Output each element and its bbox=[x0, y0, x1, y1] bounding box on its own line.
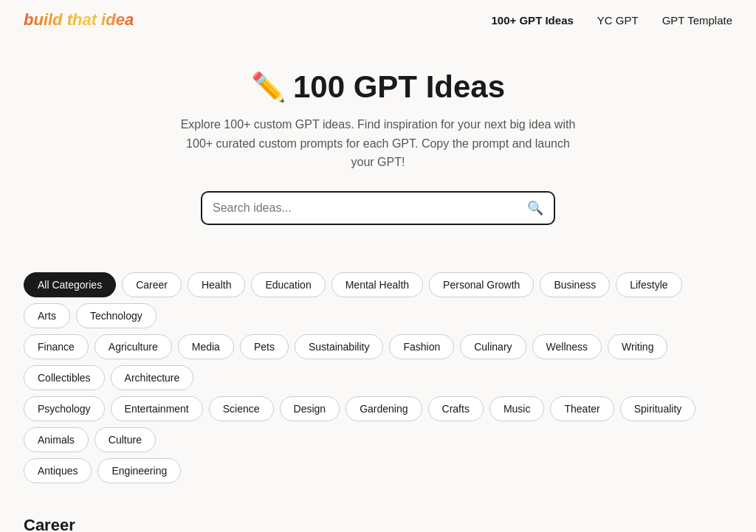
nav-item-gpt-template[interactable]: GPT Template bbox=[662, 14, 732, 27]
category-tag-writing[interactable]: Writing bbox=[608, 334, 667, 359]
category-tag-career[interactable]: Career bbox=[122, 272, 182, 297]
category-tag-pets[interactable]: Pets bbox=[240, 334, 289, 359]
category-tag-all-categories[interactable]: All Categories bbox=[24, 272, 116, 297]
category-tag-agriculture[interactable]: Agriculture bbox=[94, 334, 172, 359]
category-row-1: FinanceAgricultureMediaPetsSustainabilit… bbox=[24, 334, 732, 390]
category-row-0: All CategoriesCareerHealthEducationMenta… bbox=[24, 272, 732, 328]
nav: 100+ GPT IdeasYC GPTGPT Template bbox=[492, 14, 733, 27]
category-tag-fashion[interactable]: Fashion bbox=[389, 334, 454, 359]
category-tag-business[interactable]: Business bbox=[540, 272, 610, 297]
category-tag-engineering[interactable]: Engineering bbox=[97, 458, 181, 483]
search-icon[interactable]: 🔍 bbox=[527, 200, 543, 216]
career-section-title: Career bbox=[24, 516, 732, 532]
nav-item-100+-gpt-ideas[interactable]: 100+ GPT Ideas bbox=[492, 14, 574, 27]
category-tag-animals[interactable]: Animals bbox=[24, 427, 89, 452]
hero-emoji: ✏️ bbox=[251, 71, 286, 103]
category-tag-personal-growth[interactable]: Personal Growth bbox=[429, 272, 534, 297]
category-tag-science[interactable]: Science bbox=[209, 396, 274, 421]
category-tag-entertainment[interactable]: Entertainment bbox=[111, 396, 203, 421]
category-tag-spirituality[interactable]: Spirituality bbox=[620, 396, 696, 421]
search-box: 🔍 bbox=[201, 191, 555, 225]
category-tag-finance[interactable]: Finance bbox=[24, 334, 89, 359]
category-tag-music[interactable]: Music bbox=[489, 396, 545, 421]
category-tag-sustainability[interactable]: Sustainability bbox=[295, 334, 384, 359]
category-tag-design[interactable]: Design bbox=[280, 396, 340, 421]
category-tag-culture[interactable]: Culture bbox=[94, 427, 156, 452]
category-tag-mental-health[interactable]: Mental Health bbox=[331, 272, 423, 297]
category-tag-crafts[interactable]: Crafts bbox=[428, 396, 484, 421]
category-tag-media[interactable]: Media bbox=[178, 334, 234, 359]
category-tag-wellness[interactable]: Wellness bbox=[532, 334, 602, 359]
hero-subtitle: Explore 100+ custom GPT ideas. Find insp… bbox=[179, 115, 577, 172]
nav-item-yc-gpt[interactable]: YC GPT bbox=[597, 14, 639, 27]
category-tag-health[interactable]: Health bbox=[188, 272, 245, 297]
category-row-3: AntiquesEngineering bbox=[24, 458, 732, 483]
logo[interactable]: build that idea bbox=[24, 10, 134, 30]
categories-section: All CategoriesCareerHealthEducationMenta… bbox=[0, 252, 756, 483]
category-tag-culinary[interactable]: Culinary bbox=[460, 334, 526, 359]
category-tag-technology[interactable]: Technology bbox=[76, 303, 157, 328]
category-tag-education[interactable]: Education bbox=[251, 272, 325, 297]
header: build that idea 100+ GPT IdeasYC GPTGPT … bbox=[0, 0, 756, 40]
category-tag-collectibles[interactable]: Collectibles bbox=[24, 365, 105, 390]
category-tag-psychology[interactable]: Psychology bbox=[24, 396, 105, 421]
category-tag-arts[interactable]: Arts bbox=[24, 303, 70, 328]
category-tag-theater[interactable]: Theater bbox=[550, 396, 614, 421]
category-tag-antiques[interactable]: Antiques bbox=[24, 458, 92, 483]
search-input[interactable] bbox=[213, 201, 521, 215]
career-section: Career Resume BuilderProfessional resume… bbox=[0, 489, 756, 532]
category-tag-architecture[interactable]: Architecture bbox=[111, 365, 194, 390]
hero-section: ✏️ 100 GPT Ideas Explore 100+ custom GPT… bbox=[0, 40, 756, 252]
hero-title: ✏️ 100 GPT Ideas bbox=[15, 69, 741, 105]
category-tag-lifestyle[interactable]: Lifestyle bbox=[616, 272, 681, 297]
search-container: 🔍 bbox=[15, 191, 741, 225]
category-tag-gardening[interactable]: Gardening bbox=[346, 396, 422, 421]
category-row-2: PsychologyEntertainmentScienceDesignGard… bbox=[24, 396, 732, 452]
